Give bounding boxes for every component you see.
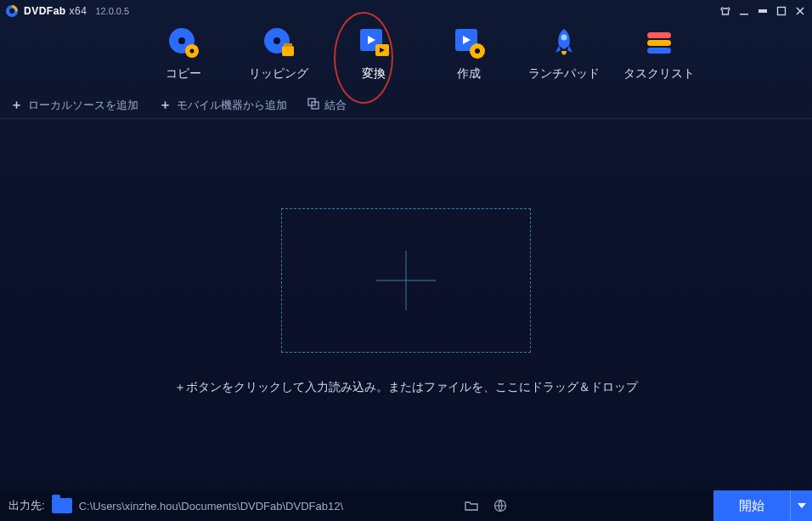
svg-point-10 [273, 37, 280, 44]
merge-label: 結合 [324, 98, 347, 113]
dropzone-plus-icon [376, 251, 436, 310]
tab-tasklist[interactable]: タスクリスト [620, 25, 698, 82]
compact-icon[interactable] [758, 6, 768, 16]
footer: 出力先: C:\Users\xinzhe.hou\Documents\DVDFa… [0, 490, 812, 521]
footer-icons [465, 499, 507, 513]
rocket-icon [547, 25, 581, 59]
main-area: ＋ボタンをクリックして入力読み込み。またはファイルを、ここにドラッグ＆ドロップ [0, 119, 812, 484]
merge-icon [307, 98, 319, 112]
main-tabs: コピー リッピング 変換 作成 ランチパッド タスクリスト [0, 22, 812, 92]
app-version: 12.0.0.5 [95, 6, 129, 16]
app-arch: x64 [70, 5, 87, 17]
svg-rect-11 [282, 46, 294, 56]
plus-icon: ＋ [10, 97, 23, 113]
open-folder-icon[interactable] [465, 499, 478, 513]
svg-rect-4 [778, 8, 786, 15]
svg-point-20 [475, 48, 480, 54]
svg-rect-12 [284, 43, 292, 47]
tab-copy[interactable]: コピー [144, 25, 223, 82]
output-label: 出力先: [8, 498, 45, 513]
titlebar: DVDFab x64 12.0.0.5 [0, 0, 812, 22]
add-mobile-button[interactable]: ＋ モバイル機器から追加 [159, 97, 287, 113]
window-controls [720, 6, 805, 16]
plus-icon: ＋ [159, 97, 172, 113]
disc-copy-icon [166, 25, 200, 59]
web-icon[interactable] [493, 499, 507, 513]
tab-converter[interactable]: 変換 [335, 25, 413, 82]
svg-rect-23 [647, 40, 671, 46]
start-button[interactable]: 開始 [713, 490, 812, 521]
create-icon [452, 25, 486, 59]
tab-label: 変換 [362, 66, 386, 82]
dropzone[interactable] [281, 208, 531, 353]
tab-label: ランチパッド [528, 66, 600, 82]
svg-marker-28 [798, 503, 806, 508]
svg-point-8 [190, 49, 195, 54]
svg-rect-3 [758, 9, 767, 13]
tab-label: タスクリスト [623, 66, 695, 82]
svg-rect-2 [740, 14, 748, 15]
title-left: DVDFab x64 12.0.0.5 [5, 4, 129, 18]
minimize-icon[interactable] [739, 6, 749, 16]
tab-creator[interactable]: 作成 [430, 25, 508, 82]
disc-rip-icon [262, 25, 296, 59]
tasklist-icon [642, 25, 676, 59]
skin-icon[interactable] [720, 6, 730, 16]
convert-icon [357, 25, 391, 59]
tab-label: リッピング [249, 66, 308, 82]
output-path[interactable]: C:\Users\xinzhe.hou\Documents\DVDFab\DVD… [79, 500, 453, 513]
maximize-icon[interactable] [776, 6, 787, 16]
close-icon[interactable] [795, 6, 805, 16]
tab-launchpad[interactable]: ランチパッド [525, 25, 603, 82]
app-name-text: DVDFab [24, 5, 66, 17]
add-local-button[interactable]: ＋ ローカルソースを追加 [10, 97, 138, 113]
app-name: DVDFab x64 [24, 5, 87, 17]
svg-rect-24 [647, 48, 671, 54]
svg-point-1 [9, 8, 14, 14]
source-toolbar: ＋ ローカルソースを追加 ＋ モバイル機器から追加 結合 [0, 92, 812, 119]
tab-label: 作成 [457, 66, 481, 82]
add-mobile-label: モバイル機器から追加 [177, 98, 287, 113]
start-dropdown[interactable] [790, 490, 812, 521]
merge-button[interactable]: 結合 [307, 98, 347, 113]
tab-ripper[interactable]: リッピング [240, 25, 318, 82]
app-logo-icon [5, 4, 19, 18]
tab-label: コピー [166, 66, 201, 82]
dropzone-hint: ＋ボタンをクリックして入力読み込み。またはファイルを、ここにドラッグ＆ドロップ [174, 380, 638, 395]
start-label: 開始 [713, 498, 790, 514]
svg-point-21 [561, 35, 567, 41]
svg-point-6 [178, 37, 185, 44]
folder-icon[interactable] [52, 498, 72, 513]
svg-rect-22 [647, 32, 671, 38]
add-local-label: ローカルソースを追加 [28, 98, 138, 113]
